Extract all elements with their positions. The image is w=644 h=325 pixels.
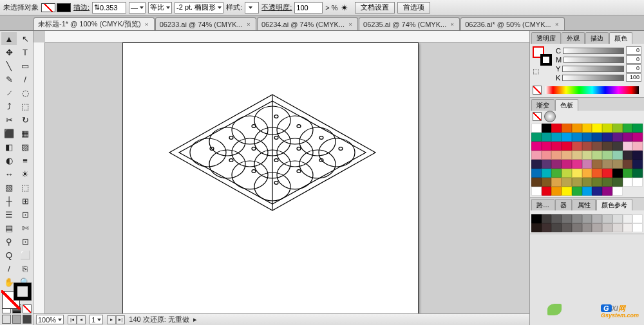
swatch[interactable]: [632, 223, 643, 232]
swatch[interactable]: [542, 178, 552, 187]
swatch[interactable]: [531, 223, 542, 232]
swatch[interactable]: [551, 160, 562, 169]
swatch[interactable]: [531, 178, 542, 187]
close-icon[interactable]: ×: [245, 21, 252, 28]
swatch[interactable]: [572, 187, 582, 196]
tool-6[interactable]: ✎: [1, 73, 17, 86]
tool-21[interactable]: ☀: [17, 167, 33, 180]
swatch[interactable]: [612, 133, 623, 142]
tool-0[interactable]: ▲: [1, 32, 17, 45]
opacity-input[interactable]: [294, 2, 323, 14]
swatch[interactable]: [572, 214, 582, 223]
swatch[interactable]: [582, 160, 592, 169]
swatch[interactable]: [632, 124, 643, 133]
swatch[interactable]: [602, 151, 612, 160]
tool-8[interactable]: ⟋: [1, 86, 17, 99]
swatch[interactable]: [602, 160, 612, 169]
swatch[interactable]: [572, 124, 582, 133]
swatch[interactable]: [592, 124, 602, 133]
tool-11[interactable]: ⬚: [17, 100, 33, 113]
tool-31[interactable]: ⊡: [17, 235, 33, 248]
swatch[interactable]: [542, 151, 552, 160]
swatch[interactable]: [623, 133, 633, 142]
graphic-style[interactable]: [245, 2, 259, 14]
panel-tab[interactable]: 外观: [562, 32, 585, 44]
swatch[interactable]: [592, 178, 602, 187]
tool-1[interactable]: ↖: [17, 32, 33, 45]
swatch[interactable]: [531, 169, 542, 178]
swatch[interactable]: [531, 160, 542, 169]
opacity-label[interactable]: 不透明度:: [261, 3, 292, 12]
swatch[interactable]: [562, 142, 572, 151]
swatch[interactable]: [551, 187, 562, 196]
swatch[interactable]: [551, 142, 562, 151]
swatch[interactable]: [562, 133, 572, 142]
panel-tab[interactable]: 透明度: [531, 32, 561, 44]
swatch[interactable]: [592, 160, 602, 169]
artboard-nav[interactable]: |◂◂: [68, 315, 86, 324]
tool-20[interactable]: ↔: [1, 167, 17, 180]
swatch[interactable]: [542, 187, 552, 196]
tool-12[interactable]: ✂: [1, 113, 17, 126]
fill-swatch[interactable]: [41, 3, 55, 12]
ruler-vertical[interactable]: [33, 42, 45, 313]
tool-35[interactable]: ⎘: [17, 262, 33, 275]
swatch[interactable]: [562, 160, 572, 169]
swatch[interactable]: [542, 223, 552, 232]
tool-7[interactable]: /: [17, 73, 33, 86]
swatch[interactable]: [582, 169, 592, 178]
swatch[interactable]: [612, 151, 623, 160]
swatch[interactable]: [582, 178, 592, 187]
swatch[interactable]: [582, 133, 592, 142]
none-color[interactable]: [533, 86, 542, 95]
prefs-button[interactable]: 首选项: [397, 2, 430, 14]
swatch[interactable]: [602, 142, 612, 151]
swatch[interactable]: [592, 187, 602, 196]
recolor-icon[interactable]: ✴: [341, 3, 352, 13]
swatch[interactable]: [602, 223, 612, 232]
tool-29[interactable]: ✄: [17, 221, 33, 234]
dash-style[interactable]: —: [129, 2, 146, 14]
swatch[interactable]: [562, 214, 572, 223]
artboard-nav2[interactable]: ▸▸|: [107, 315, 125, 324]
channel-slider[interactable]: [564, 57, 624, 63]
mode-none[interactable]: [23, 304, 32, 313]
swatch[interactable]: [562, 178, 572, 187]
tool-4[interactable]: ╲: [1, 59, 17, 72]
swatch[interactable]: [542, 133, 552, 142]
swatch[interactable]: [623, 160, 633, 169]
close-icon[interactable]: ×: [347, 21, 354, 28]
tool-18[interactable]: ◐: [1, 154, 17, 167]
swatch[interactable]: [531, 124, 542, 133]
swatch[interactable]: [572, 169, 582, 178]
screen-full[interactable]: [12, 315, 21, 324]
swatch[interactable]: [542, 124, 552, 133]
canvas[interactable]: [45, 42, 529, 313]
swatch[interactable]: [632, 160, 643, 169]
channel-slider[interactable]: [562, 66, 624, 72]
swatch[interactable]: [632, 151, 643, 160]
swatch[interactable]: [612, 160, 623, 169]
tool-25[interactable]: ⊞: [17, 194, 33, 207]
swatch[interactable]: [582, 187, 592, 196]
swatch[interactable]: [602, 178, 612, 187]
stroke-swatch[interactable]: [57, 3, 71, 12]
swatch[interactable]: [632, 133, 643, 142]
zoom-select[interactable]: 100%: [36, 315, 64, 324]
panel-fill-stroke[interactable]: [533, 46, 552, 66]
tool-19[interactable]: ≡: [17, 154, 33, 167]
swatch[interactable]: [612, 178, 623, 187]
fill-stroke-control[interactable]: [2, 291, 32, 301]
swatch[interactable]: [582, 124, 592, 133]
swatch[interactable]: [602, 133, 612, 142]
swatch[interactable]: [572, 178, 582, 187]
doc-tab[interactable]: 06236.ai* @ 50% (CMYK...×: [460, 17, 564, 30]
swatch[interactable]: [612, 223, 623, 232]
tool-9[interactable]: ◌: [17, 86, 33, 99]
ruler-horizontal[interactable]: [45, 31, 529, 42]
swatch[interactable]: [623, 124, 633, 133]
swatch[interactable]: [551, 124, 562, 133]
swatch[interactable]: [623, 214, 633, 223]
swatch[interactable]: [562, 124, 572, 133]
channel-slider[interactable]: [563, 48, 624, 54]
